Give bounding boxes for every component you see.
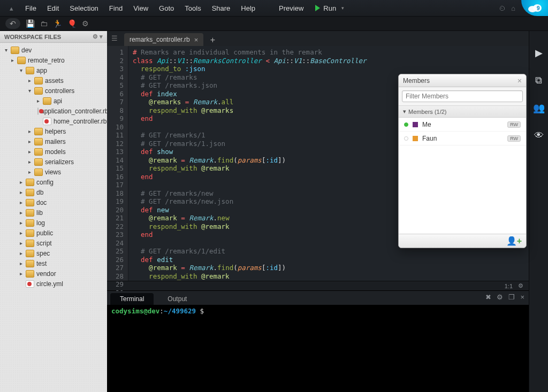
tab-list-icon[interactable]: ☰ — [111, 34, 121, 44]
tree-item-vendor[interactable]: ▸vendor — [0, 268, 107, 279]
tree-item-log[interactable]: ▸log — [0, 218, 107, 228]
tree-item-lib[interactable]: ▸lib — [0, 207, 107, 218]
menu-tools[interactable]: Tools — [179, 2, 206, 14]
folder-icon — [34, 148, 43, 156]
tree-item-views[interactable]: ▸views — [0, 167, 107, 177]
run-label: Run — [323, 4, 336, 12]
tree-arrow-icon: ▸ — [18, 250, 24, 256]
members-group-label: Members (1/2) — [408, 109, 447, 115]
tab-new-button[interactable]: + — [207, 34, 218, 46]
member-row[interactable]: MeRW — [399, 118, 526, 132]
member-permission-badge[interactable]: RW — [507, 135, 521, 142]
folder-icon — [26, 260, 34, 267]
settings-icon[interactable]: ⚙ — [82, 19, 89, 28]
rail-collab-icon[interactable]: 👥 — [533, 102, 545, 114]
tree-item-public[interactable]: ▸public — [0, 228, 107, 238]
tree-label: config — [36, 179, 54, 186]
terminal-host: dev — [148, 307, 160, 315]
debug-icon[interactable]: 🎈 — [67, 19, 77, 28]
dashboard-icon[interactable]: ⏲ — [499, 4, 506, 12]
preview-button[interactable]: Preview — [273, 2, 309, 14]
cloud9-logo[interactable]: 9 — [521, 0, 548, 16]
folder-icon — [34, 168, 43, 176]
tab-remarks-controller[interactable]: remarks_controller.rb × — [124, 33, 203, 46]
tree-item-home-controller-rb[interactable]: home_controller.rb — [0, 116, 107, 126]
tree-item-controllers[interactable]: ▾controllers — [0, 86, 107, 96]
folder-open-icon — [11, 47, 19, 54]
terminal-close-icon[interactable]: × — [520, 293, 524, 301]
members-filter-input[interactable] — [402, 90, 523, 102]
folder-icon — [43, 97, 51, 105]
add-member-icon[interactable]: 👤+ — [506, 236, 522, 246]
code-editor[interactable]: 1234567891011121314151617181920212223242… — [107, 46, 529, 281]
tree-item-config[interactable]: ▸config — [0, 177, 107, 187]
menu-bar: ▴ FileEditSelectionFindViewGotoToolsShar… — [0, 0, 548, 16]
run-dropdown-icon[interactable]: ▾ — [341, 5, 344, 11]
terminal-tab-terminal[interactable]: Terminal — [110, 293, 154, 305]
run-button[interactable]: Run ▾ — [310, 2, 349, 14]
sidebar-settings-icon[interactable]: ⚙ ▾ — [93, 33, 103, 40]
tree-item-mailers[interactable]: ▸mailers — [0, 136, 107, 147]
tab-close-icon[interactable]: × — [194, 36, 199, 44]
tree-arrow-icon: ▸ — [18, 240, 24, 246]
tree-item-helpers[interactable]: ▸helpers — [0, 126, 107, 136]
app-menu-icon[interactable]: ▴ — [4, 2, 19, 14]
menu-selection[interactable]: Selection — [64, 2, 103, 14]
tree-item-assets[interactable]: ▸assets — [0, 75, 107, 86]
tree-item-api[interactable]: ▸api — [0, 96, 107, 106]
tree-item-serializers[interactable]: ▸serializers — [0, 157, 107, 167]
tree-item-app[interactable]: ▾app — [0, 65, 107, 75]
menu-file[interactable]: File — [20, 2, 42, 14]
terminal-split-icon[interactable]: ❐ — [508, 293, 515, 301]
tree-item-script[interactable]: ▸script — [0, 238, 107, 248]
menu-share[interactable]: Share — [207, 2, 236, 14]
member-permission-badge[interactable]: RW — [507, 121, 521, 128]
members-close-icon[interactable]: × — [517, 76, 522, 85]
menu-help[interactable]: Help — [235, 2, 261, 14]
tree-arrow-icon: ▸ — [18, 179, 24, 185]
tree-item-doc[interactable]: ▸doc — [0, 197, 107, 207]
tree-item-remote-retro[interactable]: ▸remote_retro — [0, 55, 107, 65]
terminal-tab-output[interactable]: Output — [158, 293, 196, 305]
home-icon[interactable]: ⌂ — [511, 4, 515, 12]
members-header[interactable]: Members × — [399, 74, 526, 87]
tab-label: remarks_controller.rb — [130, 36, 190, 43]
folder-icon[interactable]: 🗀 — [40, 19, 48, 28]
folder-icon — [34, 77, 43, 84]
menu-view[interactable]: View — [128, 2, 154, 14]
tree-label: log — [36, 219, 45, 227]
tree-item-spec[interactable]: ▸spec — [0, 248, 107, 258]
tab-strip: ☰ remarks_controller.rb × + — [107, 31, 529, 46]
tree-arrow-icon: ▸ — [27, 159, 32, 165]
save-icon[interactable]: 💾 — [26, 19, 35, 28]
terminal-settings-icon[interactable]: ⚙ — [497, 293, 503, 301]
tree-item-circle-yml[interactable]: circle.yml — [0, 279, 107, 289]
terminal-body[interactable]: codysims@dev:~/499629 $ — [107, 305, 529, 392]
tree-item-db[interactable]: ▸db — [0, 187, 107, 197]
run-icon[interactable]: 🏃 — [53, 19, 62, 28]
rail-debug-icon[interactable]: ⧉ — [535, 75, 542, 86]
terminal-clear-icon[interactable]: ✖ — [485, 293, 491, 301]
terminal-panel: Terminal Output ✖ ⚙ ❐ × codysims@dev:~/4… — [107, 290, 529, 392]
folder-icon — [34, 138, 43, 145]
menu-find[interactable]: Find — [104, 2, 128, 14]
members-group-header[interactable]: ▾ Members (1/2) — [399, 106, 526, 118]
tree-arrow-icon: ▸ — [27, 78, 32, 83]
rail-preview-icon[interactable]: 👁 — [534, 130, 544, 141]
tree-item-dev[interactable]: ▾dev — [0, 45, 107, 55]
tree-item-models[interactable]: ▸models — [0, 147, 107, 157]
file-tree[interactable]: ▾dev▸remote_retro▾app▸assets▾controllers… — [0, 43, 107, 392]
member-name: Faun — [422, 135, 437, 142]
back-icon[interactable]: ↶ — [5, 18, 20, 29]
tree-arrow-icon: ▸ — [18, 199, 24, 205]
tree-item-application-controller-rb[interactable]: application_controller.rb — [0, 106, 107, 116]
presence-icon — [404, 122, 408, 127]
member-name: Me — [422, 121, 431, 128]
rail-run-icon[interactable]: ▶ — [535, 47, 543, 59]
tree-arrow-icon: ▾ — [3, 47, 9, 53]
menu-edit[interactable]: Edit — [42, 2, 64, 14]
member-row[interactable]: FaunRW — [399, 132, 526, 145]
tree-item-test[interactable]: ▸test — [0, 258, 107, 268]
status-settings-icon[interactable]: ⚙ — [518, 282, 523, 289]
menu-goto[interactable]: Goto — [154, 2, 179, 14]
